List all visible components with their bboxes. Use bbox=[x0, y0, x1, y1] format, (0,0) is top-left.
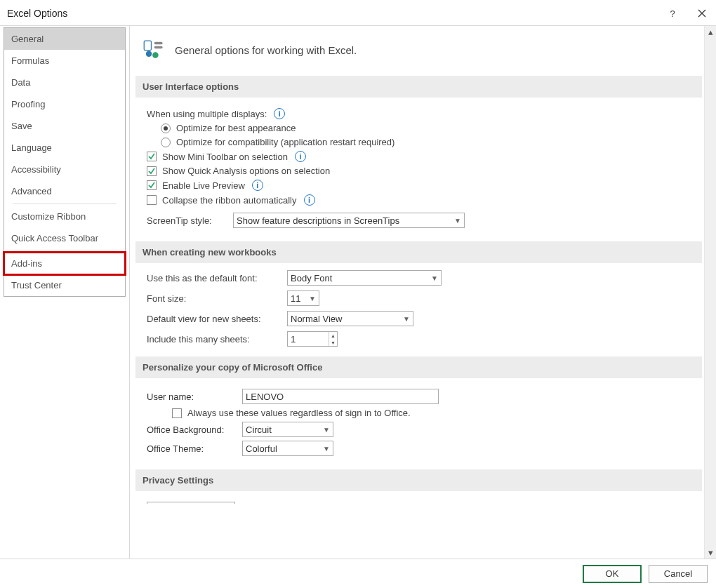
combo-value: Show feature descriptions in ScreenTips bbox=[237, 215, 399, 226]
combo-value: Colorful bbox=[246, 443, 277, 454]
checkbox-always-use-values[interactable] bbox=[172, 408, 182, 418]
sidebar-item-accessibility[interactable]: Accessibility bbox=[4, 159, 125, 180]
svg-point-2 bbox=[152, 52, 159, 58]
chevron-down-icon: ▼ bbox=[403, 315, 410, 323]
scroll-track[interactable] bbox=[705, 38, 716, 547]
checkbox-collapse-ribbon[interactable] bbox=[147, 195, 157, 205]
section-header-new-workbooks: When creating new workbooks bbox=[135, 241, 702, 263]
info-icon[interactable]: i bbox=[252, 180, 263, 191]
label-multiple-displays: When using multiple displays: bbox=[147, 109, 267, 119]
sidebar-item-language[interactable]: Language bbox=[4, 137, 125, 159]
combo-default-view[interactable]: Normal View ▼ bbox=[287, 311, 413, 326]
combo-office-background[interactable]: Circuit ▼ bbox=[242, 422, 333, 437]
label-quick-analysis: Show Quick Analysis options on selection bbox=[162, 166, 330, 176]
combo-font-size[interactable]: 11 ▼ bbox=[287, 290, 319, 306]
general-options-icon bbox=[141, 37, 165, 63]
label-sheet-count: Include this many sheets: bbox=[147, 334, 287, 345]
sidebar-item-label: Add-ins bbox=[11, 258, 42, 269]
combo-value: Body Font bbox=[291, 273, 332, 283]
chevron-down-icon: ▼ bbox=[323, 426, 330, 434]
sidebar-item-label: Proofing bbox=[11, 99, 45, 109]
help-button[interactable]: ? bbox=[665, 6, 679, 20]
button-label: Cancel bbox=[664, 568, 692, 579]
svg-rect-3 bbox=[154, 42, 163, 44]
sidebar-item-data[interactable]: Data bbox=[4, 72, 125, 93]
sidebar-item-label: Quick Access Toolbar bbox=[11, 233, 98, 243]
label-mini-toolbar: Show Mini Toolbar on selection bbox=[162, 152, 288, 162]
radio-compatibility[interactable] bbox=[161, 138, 171, 147]
spinner-sheet-count[interactable]: 1 ▲▼ bbox=[287, 331, 338, 347]
label-font-size: Font size: bbox=[147, 293, 287, 304]
combo-value: 11 bbox=[291, 293, 300, 304]
page-header: General options for working with Excel. bbox=[135, 33, 703, 76]
section-header-ui-options: User Interface options bbox=[135, 76, 702, 98]
svg-rect-4 bbox=[154, 46, 163, 48]
checkbox-quick-analysis[interactable] bbox=[147, 166, 157, 176]
sidebar-item-customize-ribbon[interactable]: Customize Ribbon bbox=[4, 206, 125, 227]
chevron-up-icon: ▲ bbox=[329, 332, 337, 339]
sidebar-item-label: Save bbox=[11, 121, 32, 131]
info-icon[interactable]: i bbox=[274, 108, 285, 119]
sidebar-item-add-ins[interactable]: Add-ins bbox=[4, 253, 125, 274]
dialog-footer: OK Cancel bbox=[0, 559, 716, 588]
chevron-down-icon: ▼ bbox=[454, 217, 461, 225]
label-default-view: Default view for new sheets: bbox=[147, 314, 287, 324]
sidebar-item-general[interactable]: General bbox=[4, 28, 125, 50]
vertical-scrollbar[interactable]: ▴ ▾ bbox=[704, 26, 716, 559]
combo-office-theme[interactable]: Colorful ▼ bbox=[242, 441, 333, 456]
close-icon bbox=[698, 9, 706, 18]
category-sidebar: General Formulas Data Proofing Save Lang… bbox=[0, 26, 130, 559]
sidebar-item-label: General bbox=[11, 34, 44, 44]
info-icon[interactable]: i bbox=[295, 151, 306, 162]
label-live-preview: Enable Live Preview bbox=[162, 180, 245, 191]
cancel-button[interactable]: Cancel bbox=[649, 565, 708, 583]
separator bbox=[13, 250, 117, 251]
input-user-name[interactable]: LENOVO bbox=[242, 389, 439, 404]
label-collapse-ribbon: Collapse the ribbon automatically bbox=[162, 195, 297, 206]
sidebar-item-label: Language bbox=[11, 142, 52, 153]
combo-value: Circuit bbox=[246, 425, 272, 435]
close-button[interactable] bbox=[695, 6, 709, 20]
label-user-name: User name: bbox=[147, 392, 237, 402]
scroll-up-icon[interactable]: ▴ bbox=[705, 26, 716, 38]
sidebar-item-quick-access-toolbar[interactable]: Quick Access Toolbar bbox=[4, 227, 125, 249]
combo-default-font[interactable]: Body Font ▼ bbox=[287, 270, 442, 286]
combo-screentip-style[interactable]: Show feature descriptions in ScreenTips … bbox=[233, 213, 465, 228]
sidebar-item-label: Advanced bbox=[11, 186, 52, 196]
page-heading: General options for working with Excel. bbox=[175, 44, 357, 56]
sidebar-item-label: Formulas bbox=[11, 55, 49, 66]
sidebar-item-label: Accessibility bbox=[11, 164, 61, 175]
chevron-down-icon: ▼ bbox=[431, 274, 438, 282]
svg-point-1 bbox=[146, 51, 152, 58]
chevron-down-icon: ▼ bbox=[323, 445, 330, 453]
label-always-use-values: Always use these values regardless of si… bbox=[187, 408, 411, 418]
label-office-theme: Office Theme: bbox=[147, 443, 237, 454]
sidebar-item-label: Customize Ribbon bbox=[11, 211, 86, 222]
spinner-controls[interactable]: ▲▼ bbox=[329, 332, 337, 346]
sidebar-item-trust-center[interactable]: Trust Center bbox=[4, 274, 125, 296]
label-compatibility: Optimize for compatibility (application … bbox=[176, 137, 395, 147]
input-value: LENOVO bbox=[246, 392, 284, 402]
separator bbox=[13, 203, 117, 204]
sidebar-item-formulas[interactable]: Formulas bbox=[4, 50, 125, 72]
sidebar-item-advanced[interactable]: Advanced bbox=[4, 180, 125, 202]
ok-button[interactable]: OK bbox=[583, 565, 642, 583]
label-screentip-style: ScreenTip style: bbox=[147, 215, 227, 226]
sidebar-item-label: Data bbox=[11, 77, 30, 88]
button-label: OK bbox=[606, 568, 619, 579]
sidebar-item-proofing[interactable]: Proofing bbox=[4, 93, 125, 115]
privacy-settings-button[interactable]: Privacy Settings... bbox=[147, 502, 235, 504]
chevron-down-icon: ▼ bbox=[309, 295, 316, 302]
section-header-privacy: Privacy Settings bbox=[135, 469, 702, 491]
dialog-title: Excel Options bbox=[7, 8, 650, 19]
checkbox-mini-toolbar[interactable] bbox=[147, 152, 157, 161]
radio-best-appearance[interactable] bbox=[161, 123, 171, 133]
scroll-down-icon[interactable]: ▾ bbox=[705, 547, 716, 559]
label-default-font: Use this as the default font: bbox=[147, 273, 287, 283]
checkbox-live-preview[interactable] bbox=[147, 180, 157, 190]
sidebar-item-save[interactable]: Save bbox=[4, 115, 125, 137]
title-bar: Excel Options ? bbox=[0, 0, 716, 25]
spinner-value: 1 bbox=[291, 334, 296, 345]
info-icon[interactable]: i bbox=[304, 194, 315, 206]
label-best-appearance: Optimize for best appearance bbox=[176, 123, 296, 133]
